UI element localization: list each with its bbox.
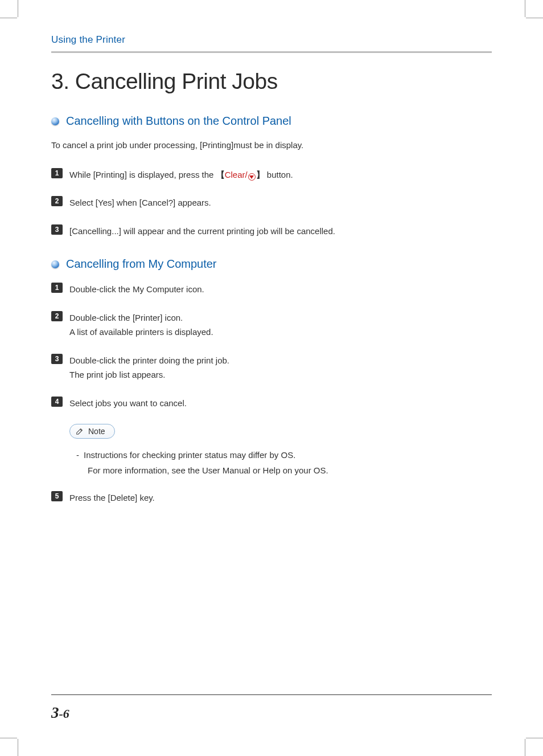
breadcrumb: Using the Printer (51, 34, 492, 46)
page-footer: 3-6 (51, 694, 492, 722)
step-item: 4 Select jobs you want to cancel. (51, 396, 492, 411)
section-title: Cancelling from My Computer (66, 258, 217, 271)
step-number-badge: 2 (51, 311, 63, 321)
note-line2: For more information, see the User Manua… (88, 463, 492, 478)
clear-button-label: Clear/ (225, 170, 248, 179)
step-number-badge: 1 (51, 168, 63, 178)
step-number-badge: 3 (51, 224, 63, 235)
step-text: [Cancelling...] will appear and the curr… (69, 224, 335, 239)
step-text-pre: While [Printing] is displayed, press the (69, 170, 213, 179)
step-text: While [Printing] is displayed, press the… (69, 167, 293, 182)
page-sub: 6 (63, 706, 69, 721)
step-item: 1 Double-click the My Computer icon. (51, 282, 492, 297)
step-number-badge: 5 (51, 491, 63, 501)
bracket-open: 【 (216, 170, 225, 179)
step-text: Select jobs you want to cancel. (69, 396, 187, 411)
chapter-number: 3 (51, 704, 59, 721)
step-number-badge: 2 (51, 196, 63, 206)
step-item: 3 [Cancelling...] will appear and the cu… (51, 224, 492, 239)
page-dash: - (59, 706, 63, 721)
step-text-line1: Double-click the [Printer] icon. (69, 313, 183, 322)
step-text-line1: Double-click the printer doing the print… (69, 355, 229, 365)
step-text: Double-click the printer doing the print… (69, 353, 229, 382)
footer-rule (51, 694, 492, 695)
step-item: 2 Double-click the [Printer] icon. A lis… (51, 310, 492, 340)
stop-icon (248, 173, 256, 181)
note-block: Note -Instructions for checking printer … (69, 424, 492, 478)
step-text-post: button. (267, 170, 293, 179)
bracket-close: 】 (256, 170, 265, 179)
bullet-icon (51, 260, 59, 268)
section-heading-control-panel: Cancelling with Buttons on the Control P… (51, 115, 492, 128)
intro-text: To cancel a print job under processing, … (51, 139, 492, 152)
page-title: 3. Cancelling Print Jobs (51, 69, 492, 94)
step-number-badge: 3 (51, 354, 63, 364)
note-pill: Note (69, 424, 115, 439)
note-label: Note (88, 427, 105, 436)
section-title: Cancelling with Buttons on the Control P… (66, 115, 291, 128)
page-number: 3-6 (51, 704, 492, 722)
step-text: Double-click the [Printer] icon. A list … (69, 310, 213, 340)
bullet-icon (51, 117, 59, 125)
step-number-badge: 1 (51, 283, 63, 293)
step-text: Press the [Delete] key. (69, 491, 155, 505)
step-item: 5 Press the [Delete] key. (51, 491, 492, 505)
step-item: 3 Double-click the printer doing the pri… (51, 353, 492, 382)
step-text: Double-click the My Computer icon. (69, 282, 204, 297)
note-text: -Instructions for checking printer statu… (69, 448, 492, 478)
dash: - (76, 450, 79, 460)
header-rule (51, 51, 492, 53)
pencil-icon (76, 427, 84, 435)
note-line1: Instructions for checking printer status… (84, 450, 295, 460)
step-text: Select [Yes] when [Cancel?] appears. (69, 195, 211, 210)
step-text-line2: A list of available printers is displaye… (69, 325, 213, 340)
step-item: 2 Select [Yes] when [Cancel?] appears. (51, 195, 492, 210)
step-item: 1 While [Printing] is displayed, press t… (51, 167, 492, 182)
step-text-line2: The print job list appears. (69, 367, 229, 382)
section-heading-my-computer: Cancelling from My Computer (51, 258, 492, 271)
step-number-badge: 4 (51, 397, 63, 407)
